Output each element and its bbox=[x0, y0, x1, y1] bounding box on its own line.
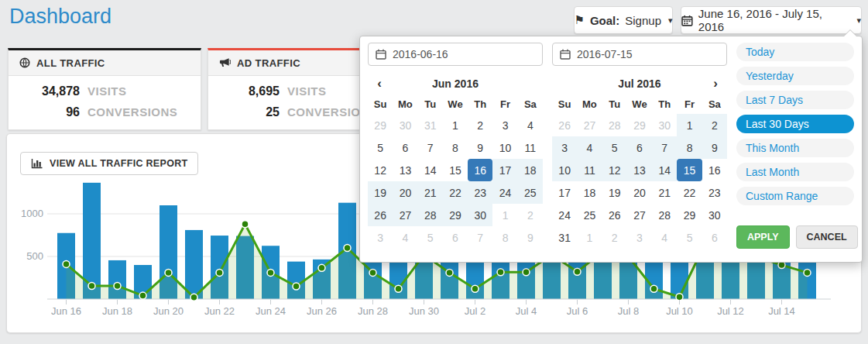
calendar-day-cell[interactable]: 31 bbox=[418, 114, 443, 136]
cancel-button[interactable]: CANCEL bbox=[796, 225, 858, 249]
calendar-day-cell[interactable]: 7 bbox=[468, 226, 492, 249]
apply-button[interactable]: APPLY bbox=[736, 225, 790, 249]
calendar-day-cell[interactable]: 3 bbox=[627, 226, 652, 249]
calendar-day-cell[interactable]: 17 bbox=[552, 181, 577, 204]
calendar-day-cell[interactable]: 6 bbox=[443, 226, 468, 249]
calendar-day-cell[interactable]: 12 bbox=[368, 159, 393, 181]
range-item-this-month[interactable]: This Month bbox=[736, 139, 854, 157]
calendar-day-cell[interactable]: 10 bbox=[492, 136, 517, 159]
calendar-day-cell[interactable]: 22 bbox=[443, 181, 468, 204]
calendar-day-cell[interactable]: 31 bbox=[552, 226, 577, 249]
calendar-day-cell[interactable]: 22 bbox=[677, 181, 702, 204]
calendar-day-cell[interactable]: 21 bbox=[652, 181, 677, 204]
calendar-day-cell[interactable]: 16 bbox=[702, 159, 727, 181]
calendar-day-cell[interactable]: 30 bbox=[702, 204, 727, 226]
calendar-day-cell[interactable]: 7 bbox=[418, 136, 443, 159]
calendar-day-cell[interactable]: 5 bbox=[368, 136, 393, 159]
calendar-day-cell[interactable]: 9 bbox=[702, 136, 727, 159]
calendar-day-cell[interactable]: 4 bbox=[393, 226, 417, 249]
calendar-day-cell[interactable]: 21 bbox=[418, 181, 443, 204]
calendar-day-cell[interactable]: 2 bbox=[468, 114, 492, 136]
calendar-day-cell[interactable]: 23 bbox=[702, 181, 727, 204]
calendar-day-cell[interactable]: 2 bbox=[518, 204, 543, 226]
calendar-day-cell[interactable]: 14 bbox=[652, 159, 677, 181]
calendar-day-cell[interactable]: 13 bbox=[393, 159, 417, 181]
calendar-day-cell[interactable]: 27 bbox=[393, 204, 417, 226]
calendar-day-cell[interactable]: 11 bbox=[577, 159, 602, 181]
calendar-day-cell[interactable]: 6 bbox=[702, 226, 727, 249]
calendar-day-cell[interactable]: 25 bbox=[577, 204, 602, 226]
calendar-day-cell[interactable]: 27 bbox=[577, 114, 602, 136]
calendar-day-cell[interactable]: 18 bbox=[577, 181, 602, 204]
calendar-day-cell[interactable]: 28 bbox=[652, 204, 677, 226]
calendar-day-cell[interactable]: 4 bbox=[577, 136, 602, 159]
end-date-input[interactable]: 2016-07-15 bbox=[552, 43, 727, 66]
range-item-last-7-days[interactable]: Last 7 Days bbox=[736, 91, 854, 109]
calendar-day-cell[interactable]: 30 bbox=[393, 114, 417, 136]
calendar-day-cell[interactable]: 29 bbox=[368, 114, 393, 136]
calendar-day-cell[interactable]: 11 bbox=[518, 136, 543, 159]
view-all-traffic-report-button[interactable]: VIEW ALL TRAFFIC REPORT bbox=[20, 152, 198, 175]
calendar-day-cell[interactable]: 24 bbox=[492, 181, 517, 204]
calendar-day-cell[interactable]: 4 bbox=[518, 114, 543, 136]
range-item-last-30-days[interactable]: Last 30 Days bbox=[736, 115, 854, 133]
calendar-day-cell[interactable]: 30 bbox=[468, 204, 492, 226]
calendar-day-cell[interactable]: 15 bbox=[443, 159, 468, 181]
calendar-day-cell[interactable]: 12 bbox=[602, 159, 627, 181]
calendar-day-cell[interactable]: 20 bbox=[627, 181, 652, 204]
calendar-day-cell[interactable]: 8 bbox=[443, 136, 468, 159]
calendar-day-cell[interactable]: 5 bbox=[602, 136, 627, 159]
range-item-custom-range[interactable]: Custom Range bbox=[736, 187, 854, 205]
calendar-day-cell[interactable]: 30 bbox=[652, 114, 677, 136]
calendar-day-cell[interactable]: 28 bbox=[602, 114, 627, 136]
calendar-day-cell[interactable]: 4 bbox=[652, 226, 677, 249]
range-item-today[interactable]: Today bbox=[736, 43, 854, 61]
calendar-day-cell[interactable]: 10 bbox=[552, 159, 577, 181]
calendar-day-cell[interactable]: 6 bbox=[627, 136, 652, 159]
calendar-day-cell[interactable]: 3 bbox=[368, 226, 393, 249]
calendar-day-cell[interactable]: 1 bbox=[492, 204, 517, 226]
calendar-day-cell[interactable]: 9 bbox=[468, 136, 492, 159]
calendar-day-cell[interactable]: 29 bbox=[443, 204, 468, 226]
range-item-last-month[interactable]: Last Month bbox=[736, 163, 854, 181]
calendar-next-button[interactable]: › bbox=[704, 77, 727, 90]
calendar-day-cell[interactable]: 24 bbox=[552, 204, 577, 226]
calendar-day-cell[interactable]: 8 bbox=[677, 136, 702, 159]
calendar-day-cell[interactable]: 29 bbox=[627, 114, 652, 136]
calendar-day-cell[interactable]: 29 bbox=[677, 204, 702, 226]
range-item-yesterday[interactable]: Yesterday bbox=[736, 67, 854, 85]
calendar-day-cell[interactable]: 2 bbox=[602, 226, 627, 249]
calendar-day-cell[interactable]: 3 bbox=[552, 136, 577, 159]
calendar-day-cell[interactable]: 15 bbox=[677, 159, 702, 181]
calendar-day-cell[interactable]: 23 bbox=[468, 181, 492, 204]
calendar-day-cell[interactable]: 2 bbox=[702, 114, 727, 136]
calendar-day-cell[interactable]: 6 bbox=[393, 136, 417, 159]
calendar-day-cell[interactable]: 27 bbox=[627, 204, 652, 226]
start-date-input[interactable]: 2016-06-16 bbox=[368, 43, 543, 66]
calendar-day-cell[interactable]: 25 bbox=[518, 181, 543, 204]
calendar-day-cell[interactable]: 26 bbox=[368, 204, 393, 226]
goal-selector-button[interactable]: ⚑ Goal: Signup ▾ bbox=[574, 6, 673, 34]
calendar-day-cell[interactable]: 20 bbox=[393, 181, 417, 204]
date-range-button[interactable]: June 16, 2016 - July 15, 2016 ▾ bbox=[681, 6, 862, 34]
calendar-day-cell[interactable]: 19 bbox=[368, 181, 393, 204]
calendar-day-cell[interactable]: 1 bbox=[577, 226, 602, 249]
calendar-day-cell[interactable]: 17 bbox=[492, 159, 517, 181]
calendar-day-cell[interactable]: 26 bbox=[552, 114, 577, 136]
calendar-day-cell[interactable]: 28 bbox=[418, 204, 443, 226]
calendar-day-cell[interactable]: 5 bbox=[677, 226, 702, 249]
calendar-day-cell[interactable]: 18 bbox=[518, 159, 543, 181]
calendar-day-cell[interactable]: 3 bbox=[492, 114, 517, 136]
calendar-day-cell[interactable]: 8 bbox=[492, 226, 517, 249]
calendar-day-cell[interactable]: 9 bbox=[518, 226, 543, 249]
calendar-day-cell[interactable]: 14 bbox=[418, 159, 443, 181]
calendar-day-cell[interactable]: 13 bbox=[627, 159, 652, 181]
calendar-day-cell[interactable]: 19 bbox=[602, 181, 627, 204]
calendar-day-cell[interactable]: 26 bbox=[602, 204, 627, 226]
calendar-day-cell[interactable]: 5 bbox=[418, 226, 443, 249]
calendar-day-cell[interactable]: 1 bbox=[677, 114, 702, 136]
calendar-prev-button[interactable]: ‹ bbox=[368, 77, 391, 90]
calendar-day-cell[interactable]: 16 bbox=[468, 159, 492, 181]
calendar-day-cell[interactable]: 1 bbox=[443, 114, 468, 136]
calendar-day-cell[interactable]: 7 bbox=[652, 136, 677, 159]
